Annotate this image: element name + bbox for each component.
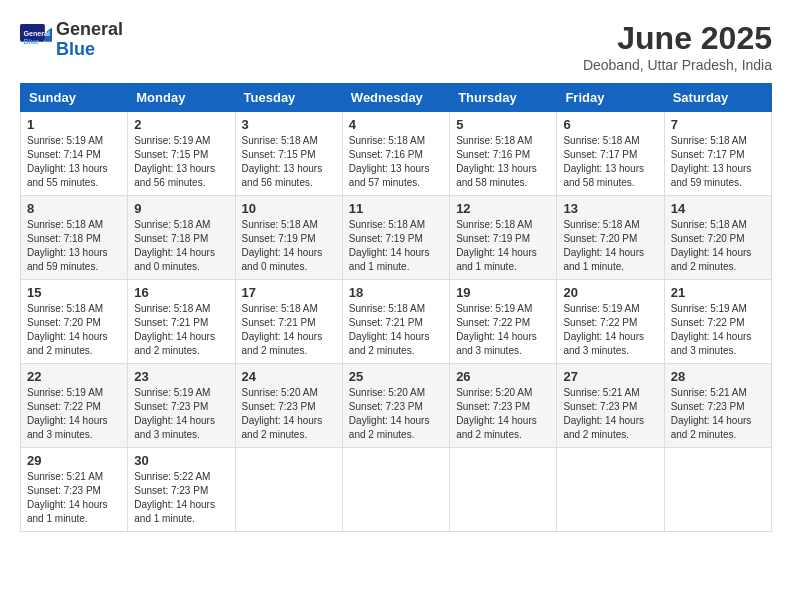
logo: General Blue General Blue	[20, 20, 123, 60]
table-row: 15 Sunrise: 5:18 AM Sunset: 7:20 PM Dayl…	[21, 280, 128, 364]
calendar-header-row: Sunday Monday Tuesday Wednesday Thursday…	[21, 84, 772, 112]
col-thursday: Thursday	[450, 84, 557, 112]
cell-info: Sunrise: 5:18 AM Sunset: 7:20 PM Dayligh…	[563, 218, 657, 274]
day-number: 7	[671, 117, 765, 132]
table-row: 17 Sunrise: 5:18 AM Sunset: 7:21 PM Dayl…	[235, 280, 342, 364]
day-number: 24	[242, 369, 336, 384]
table-row: 18 Sunrise: 5:18 AM Sunset: 7:21 PM Dayl…	[342, 280, 449, 364]
header: General Blue General Blue June 2025 Deob…	[20, 20, 772, 73]
day-number: 17	[242, 285, 336, 300]
cell-info: Sunrise: 5:19 AM Sunset: 7:14 PM Dayligh…	[27, 134, 121, 190]
col-wednesday: Wednesday	[342, 84, 449, 112]
table-row	[664, 448, 771, 532]
calendar-row: 22 Sunrise: 5:19 AM Sunset: 7:22 PM Dayl…	[21, 364, 772, 448]
table-row: 9 Sunrise: 5:18 AM Sunset: 7:18 PM Dayli…	[128, 196, 235, 280]
cell-info: Sunrise: 5:20 AM Sunset: 7:23 PM Dayligh…	[349, 386, 443, 442]
table-row: 22 Sunrise: 5:19 AM Sunset: 7:22 PM Dayl…	[21, 364, 128, 448]
cell-info: Sunrise: 5:18 AM Sunset: 7:21 PM Dayligh…	[242, 302, 336, 358]
cell-info: Sunrise: 5:19 AM Sunset: 7:15 PM Dayligh…	[134, 134, 228, 190]
col-sunday: Sunday	[21, 84, 128, 112]
svg-text:General: General	[24, 29, 51, 37]
day-number: 20	[563, 285, 657, 300]
table-row: 26 Sunrise: 5:20 AM Sunset: 7:23 PM Dayl…	[450, 364, 557, 448]
day-number: 30	[134, 453, 228, 468]
table-row: 16 Sunrise: 5:18 AM Sunset: 7:21 PM Dayl…	[128, 280, 235, 364]
calendar-row: 29 Sunrise: 5:21 AM Sunset: 7:23 PM Dayl…	[21, 448, 772, 532]
table-row: 2 Sunrise: 5:19 AM Sunset: 7:15 PM Dayli…	[128, 112, 235, 196]
day-number: 28	[671, 369, 765, 384]
cell-info: Sunrise: 5:18 AM Sunset: 7:15 PM Dayligh…	[242, 134, 336, 190]
col-monday: Monday	[128, 84, 235, 112]
day-number: 15	[27, 285, 121, 300]
logo-icon: General Blue	[20, 24, 52, 56]
cell-info: Sunrise: 5:18 AM Sunset: 7:17 PM Dayligh…	[671, 134, 765, 190]
day-number: 1	[27, 117, 121, 132]
table-row	[450, 448, 557, 532]
svg-text:Blue: Blue	[24, 37, 39, 45]
table-row: 8 Sunrise: 5:18 AM Sunset: 7:18 PM Dayli…	[21, 196, 128, 280]
table-row: 13 Sunrise: 5:18 AM Sunset: 7:20 PM Dayl…	[557, 196, 664, 280]
cell-info: Sunrise: 5:18 AM Sunset: 7:17 PM Dayligh…	[563, 134, 657, 190]
day-number: 21	[671, 285, 765, 300]
cell-info: Sunrise: 5:20 AM Sunset: 7:23 PM Dayligh…	[456, 386, 550, 442]
table-row: 14 Sunrise: 5:18 AM Sunset: 7:20 PM Dayl…	[664, 196, 771, 280]
cell-info: Sunrise: 5:19 AM Sunset: 7:22 PM Dayligh…	[563, 302, 657, 358]
cell-info: Sunrise: 5:18 AM Sunset: 7:19 PM Dayligh…	[242, 218, 336, 274]
cell-info: Sunrise: 5:19 AM Sunset: 7:22 PM Dayligh…	[27, 386, 121, 442]
table-row: 11 Sunrise: 5:18 AM Sunset: 7:19 PM Dayl…	[342, 196, 449, 280]
cell-info: Sunrise: 5:21 AM Sunset: 7:23 PM Dayligh…	[563, 386, 657, 442]
cell-info: Sunrise: 5:18 AM Sunset: 7:21 PM Dayligh…	[349, 302, 443, 358]
cell-info: Sunrise: 5:19 AM Sunset: 7:22 PM Dayligh…	[456, 302, 550, 358]
day-number: 13	[563, 201, 657, 216]
cell-info: Sunrise: 5:18 AM Sunset: 7:20 PM Dayligh…	[671, 218, 765, 274]
day-number: 22	[27, 369, 121, 384]
cell-info: Sunrise: 5:18 AM Sunset: 7:20 PM Dayligh…	[27, 302, 121, 358]
table-row: 10 Sunrise: 5:18 AM Sunset: 7:19 PM Dayl…	[235, 196, 342, 280]
day-number: 3	[242, 117, 336, 132]
day-number: 5	[456, 117, 550, 132]
cell-info: Sunrise: 5:18 AM Sunset: 7:18 PM Dayligh…	[134, 218, 228, 274]
day-number: 25	[349, 369, 443, 384]
day-number: 6	[563, 117, 657, 132]
day-number: 16	[134, 285, 228, 300]
location-subtitle: Deoband, Uttar Pradesh, India	[583, 57, 772, 73]
col-friday: Friday	[557, 84, 664, 112]
table-row: 25 Sunrise: 5:20 AM Sunset: 7:23 PM Dayl…	[342, 364, 449, 448]
logo-text: General Blue	[56, 20, 123, 60]
table-row: 20 Sunrise: 5:19 AM Sunset: 7:22 PM Dayl…	[557, 280, 664, 364]
logo-blue-text: Blue	[56, 40, 123, 60]
cell-info: Sunrise: 5:20 AM Sunset: 7:23 PM Dayligh…	[242, 386, 336, 442]
day-number: 10	[242, 201, 336, 216]
day-number: 26	[456, 369, 550, 384]
table-row: 1 Sunrise: 5:19 AM Sunset: 7:14 PM Dayli…	[21, 112, 128, 196]
table-row: 28 Sunrise: 5:21 AM Sunset: 7:23 PM Dayl…	[664, 364, 771, 448]
table-row: 23 Sunrise: 5:19 AM Sunset: 7:23 PM Dayl…	[128, 364, 235, 448]
day-number: 11	[349, 201, 443, 216]
table-row: 7 Sunrise: 5:18 AM Sunset: 7:17 PM Dayli…	[664, 112, 771, 196]
calendar-table: Sunday Monday Tuesday Wednesday Thursday…	[20, 83, 772, 532]
table-row: 12 Sunrise: 5:18 AM Sunset: 7:19 PM Dayl…	[450, 196, 557, 280]
calendar-row: 8 Sunrise: 5:18 AM Sunset: 7:18 PM Dayli…	[21, 196, 772, 280]
calendar-row: 1 Sunrise: 5:19 AM Sunset: 7:14 PM Dayli…	[21, 112, 772, 196]
day-number: 19	[456, 285, 550, 300]
day-number: 12	[456, 201, 550, 216]
day-number: 29	[27, 453, 121, 468]
cell-info: Sunrise: 5:18 AM Sunset: 7:19 PM Dayligh…	[456, 218, 550, 274]
table-row: 21 Sunrise: 5:19 AM Sunset: 7:22 PM Dayl…	[664, 280, 771, 364]
cell-info: Sunrise: 5:18 AM Sunset: 7:16 PM Dayligh…	[456, 134, 550, 190]
day-number: 8	[27, 201, 121, 216]
calendar-row: 15 Sunrise: 5:18 AM Sunset: 7:20 PM Dayl…	[21, 280, 772, 364]
table-row: 19 Sunrise: 5:19 AM Sunset: 7:22 PM Dayl…	[450, 280, 557, 364]
table-row: 4 Sunrise: 5:18 AM Sunset: 7:16 PM Dayli…	[342, 112, 449, 196]
table-row	[557, 448, 664, 532]
table-row: 3 Sunrise: 5:18 AM Sunset: 7:15 PM Dayli…	[235, 112, 342, 196]
day-number: 27	[563, 369, 657, 384]
table-row: 6 Sunrise: 5:18 AM Sunset: 7:17 PM Dayli…	[557, 112, 664, 196]
cell-info: Sunrise: 5:18 AM Sunset: 7:18 PM Dayligh…	[27, 218, 121, 274]
cell-info: Sunrise: 5:19 AM Sunset: 7:23 PM Dayligh…	[134, 386, 228, 442]
logo-general-text: General	[56, 20, 123, 40]
day-number: 18	[349, 285, 443, 300]
title-area: June 2025 Deoband, Uttar Pradesh, India	[583, 20, 772, 73]
table-row: 24 Sunrise: 5:20 AM Sunset: 7:23 PM Dayl…	[235, 364, 342, 448]
table-row: 5 Sunrise: 5:18 AM Sunset: 7:16 PM Dayli…	[450, 112, 557, 196]
